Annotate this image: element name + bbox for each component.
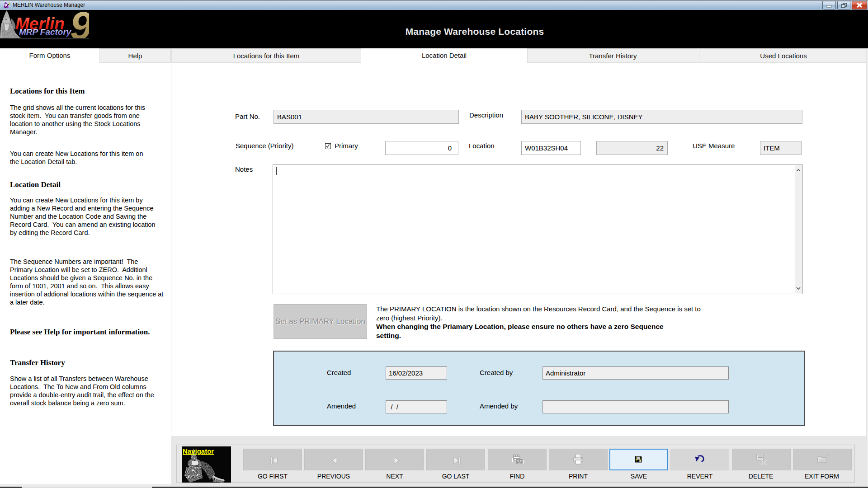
svg-text:9: 9 [70,10,89,38]
svg-text:Navigator: Navigator [183,447,214,455]
svg-text:MRP Factory: MRP Factory [19,27,72,37]
